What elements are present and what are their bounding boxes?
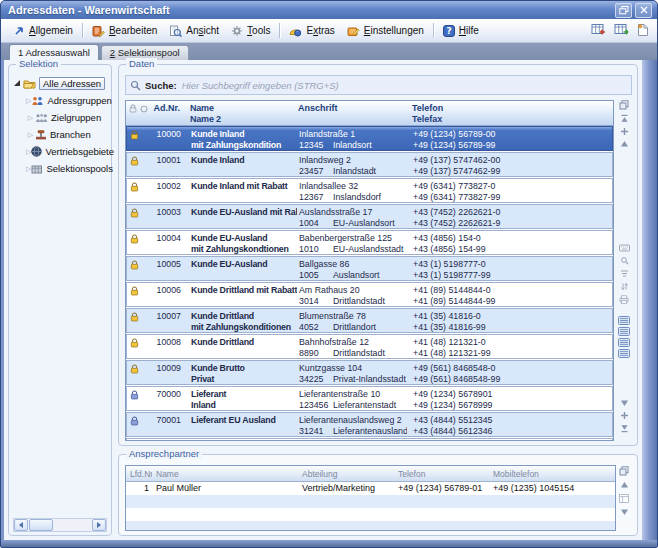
address-row-70000[interactable]: 70000LieferantInlandLieferantenstraße 10… — [126, 386, 613, 411]
scroll-right-button[interactable] — [92, 519, 106, 531]
table-export-button[interactable] — [589, 21, 608, 41]
adnr-cell: 10009 — [153, 361, 183, 384]
tree-item-selektionspools[interactable]: ▷Selektionspools — [13, 160, 108, 177]
scroll-up-button[interactable] — [620, 481, 629, 489]
column-chooser-button[interactable] — [619, 466, 629, 476]
scroll-left-button[interactable] — [14, 519, 28, 531]
address-row-10005[interactable]: 10005Kunde EU-AuslandBallgasse 861005Aus… — [126, 256, 613, 281]
telefon-cell: +41 (12) 3456788 — [407, 439, 612, 440]
col-lfdnr[interactable]: Lfd.Nr. — [126, 469, 152, 479]
column-header-lock[interactable] — [126, 101, 140, 125]
scroll-down-button[interactable] — [620, 399, 629, 407]
arrow-right-icon — [97, 522, 101, 528]
list-view-button[interactable] — [618, 316, 630, 325]
keyboard-button[interactable] — [619, 244, 630, 252]
name-cell: Kunde Inland mit Rabatt — [183, 179, 297, 202]
tree-item-vertriebsgebiete[interactable]: ▷Vertriebsgebiete — [13, 143, 108, 160]
swap-button[interactable] — [620, 282, 629, 291]
sort-button[interactable] — [620, 269, 629, 278]
circle-icon — [140, 105, 148, 113]
column-chooser-icon — [619, 466, 629, 476]
col-mobiltelefon[interactable]: Mobiltelefon — [489, 469, 587, 479]
anschrift-cell: Auslandsstraße 171004EU-Auslandsort — [297, 205, 407, 228]
menu-bearbeiten[interactable]: Bearbeiten — [86, 23, 163, 39]
column-header-status[interactable] — [140, 101, 152, 125]
address-row-10009[interactable]: 10009Kunde BruttoPrivatKuntzgasse 104342… — [126, 360, 613, 385]
list-view-button[interactable] — [618, 327, 630, 336]
scroll-up-button[interactable] — [620, 140, 629, 148]
scrollbar-thumb[interactable] — [29, 519, 53, 531]
expander-open-icon[interactable] — [14, 80, 20, 86]
expander-icon[interactable]: ▷ — [26, 114, 35, 122]
menu-extras[interactable]: Extras — [283, 23, 340, 39]
scroll-down-button[interactable] — [620, 508, 629, 516]
address-row-10002[interactable]: 10002Kunde Inland mit RabattInlandsallee… — [126, 178, 613, 203]
tree-item-adressgruppen[interactable]: ▷Adressgruppen — [13, 92, 108, 109]
address-row-10004[interactable]: 10004Kunde EU-Auslandmit Zahlungskondtio… — [126, 230, 613, 255]
menu-allgemein[interactable]: Allgemein — [7, 23, 79, 39]
adnr-cell: 10002 — [153, 179, 183, 202]
list-view-button[interactable] — [618, 338, 630, 347]
address-row-10003[interactable]: 10003Kunde EU-Ausland mit RabattAuslands… — [126, 204, 613, 229]
insert-row-button[interactable] — [620, 411, 629, 420]
lock-gold-icon — [130, 286, 139, 296]
column-header-adnr[interactable]: Ad.Nr. — [152, 101, 182, 125]
tree-item-label: Zielgruppen — [51, 112, 101, 123]
settings-icon — [347, 25, 360, 37]
name-cell: LieferantInland — [183, 387, 297, 410]
print-button[interactable] — [619, 295, 629, 304]
card-view-icon — [619, 494, 629, 503]
col-name[interactable]: Name — [152, 469, 298, 479]
restore-button[interactable] — [615, 3, 632, 18]
menu-tools[interactable]: Tools — [225, 23, 276, 39]
column-header-telefon[interactable]: TelefonTelefax — [406, 101, 613, 125]
address-row-10000[interactable]: 10000Kunde Inlandmit ZahlungskonditionIn… — [126, 126, 613, 151]
col-telefon[interactable]: Telefon — [394, 469, 489, 479]
window-body: Selektion Alle Adressen▷Adressgruppen▷Zi… — [1, 60, 657, 540]
telefon-cell: +49 (6341) 773827-0+49 (6341) 773827-99 — [407, 179, 612, 202]
column-chooser-button[interactable] — [619, 100, 629, 110]
menu-einstellungen[interactable]: Einstellungen — [341, 23, 430, 39]
tree-root-alle-adressen[interactable]: Alle Adressen — [13, 75, 108, 92]
menu-ansicht[interactable]: Ansicht — [163, 23, 225, 39]
name-cell: Kunde Inland — [183, 153, 297, 176]
lock-cell — [127, 387, 141, 410]
menu-hilfe[interactable]: ?Hilfe — [437, 23, 485, 39]
column-header-anschrift[interactable]: Anschrift — [296, 101, 406, 125]
lock-cell — [127, 439, 141, 440]
daten-panel: Daten Suche: Ad.Nr. NameName 2 — [118, 64, 638, 446]
close-button[interactable] — [635, 3, 652, 18]
menu-label: Tools — [247, 25, 270, 36]
adnr-cell: 70000 — [153, 387, 183, 410]
table-import-button[interactable] — [612, 21, 631, 41]
tree-item-label: Selektionspools — [46, 163, 113, 174]
telefon-cell: +49 (1234) 5678901+49 (1234) 5678999 — [407, 387, 612, 410]
column-header-name[interactable]: NameName 2 — [182, 101, 296, 125]
insert-row-button[interactable] — [620, 127, 629, 136]
name-cell: Kunde EU-Auslandmit Zahlungskondtionen — [183, 231, 297, 254]
address-row-70002[interactable]: 70002Lieferant DrittlandLieferantendritt… — [126, 438, 613, 440]
scroll-top-button[interactable] — [620, 114, 629, 123]
col-abteilung[interactable]: Abteilung — [298, 469, 394, 479]
table-export-icon — [591, 23, 606, 36]
search-input[interactable] — [182, 80, 627, 91]
card-view-button[interactable] — [619, 494, 629, 503]
anschrift-cell: Blumenstraße 784052Drittlandort — [297, 309, 407, 332]
address-row-70001[interactable]: 70001Lieferant EU AuslandLieferantenausl… — [126, 412, 613, 437]
contact-row[interactable]: 1Paul MüllerVertrieb/Marketing+49 (1234)… — [126, 482, 615, 495]
scroll-bottom-button[interactable] — [620, 424, 629, 433]
address-row-10001[interactable]: 10001Kunde InlandInlandsweg 223457Inland… — [126, 152, 613, 177]
tree-item-zielgruppen[interactable]: ▷Zielgruppen — [13, 109, 108, 126]
address-row-10007[interactable]: 10007Kunde Drittlandmit Zahlungskonditio… — [126, 308, 613, 333]
expander-icon[interactable]: ▷ — [26, 131, 35, 139]
tree-item-branchen[interactable]: ▷Branchen — [13, 126, 108, 143]
address-row-10008[interactable]: 10008Kunde DrittlandBahnhofstraße 128890… — [126, 334, 613, 359]
status-cell — [141, 283, 153, 306]
lock-cell — [127, 257, 141, 280]
address-row-10006[interactable]: 10006Kunde Drittland mit RabattAm Rathau… — [126, 282, 613, 307]
search-small-button[interactable] — [620, 256, 629, 265]
list-view-button[interactable] — [618, 349, 630, 358]
tree-horizontal-scrollbar[interactable] — [13, 518, 107, 532]
new-document-button[interactable] — [635, 21, 651, 41]
address-grid: Ad.Nr. NameName 2 Anschrift TelefonTelef… — [125, 100, 614, 441]
